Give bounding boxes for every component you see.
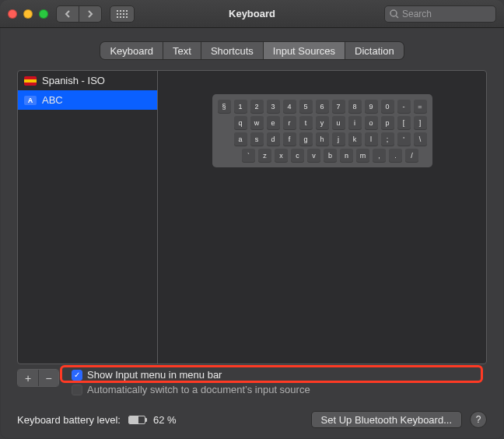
key: ': [397, 132, 411, 146]
key: g: [299, 132, 313, 146]
svg-point-0: [390, 10, 397, 16]
key: `: [242, 149, 255, 162]
tab-text[interactable]: Text: [163, 42, 201, 59]
key: ]: [414, 116, 427, 129]
main-pane: Spanish - ISO A ABC §1234567890-=qwertyu…: [0, 70, 504, 400]
search-icon: [390, 9, 399, 19]
key: i: [348, 116, 362, 129]
battery-icon: [128, 416, 145, 424]
key: ;: [381, 132, 394, 146]
zoom-button[interactable]: [39, 9, 48, 19]
key: q: [234, 116, 247, 129]
key: e: [267, 116, 280, 129]
key: k: [348, 132, 362, 146]
checkbox-icon: [72, 385, 82, 395]
close-button[interactable]: [8, 9, 17, 19]
add-source-button[interactable]: +: [18, 370, 38, 386]
battery-label: Keyboard battery level:: [17, 414, 121, 426]
back-button[interactable]: [56, 5, 79, 23]
forward-button[interactable]: [79, 5, 102, 23]
tab-input-sources[interactable]: Input Sources: [264, 42, 345, 59]
key: x: [275, 149, 288, 162]
key: /: [405, 149, 418, 162]
checkbox-icon: ✓: [72, 370, 82, 381]
tab-keyboard[interactable]: Keyboard: [100, 42, 163, 59]
key: a: [234, 132, 247, 146]
key: 5: [299, 100, 313, 113]
key: d: [267, 132, 280, 146]
tab-segments: Keyboard Text Shortcuts Input Sources Di…: [100, 42, 403, 59]
key: 4: [283, 100, 296, 113]
check-label: Show Input menu in menu bar: [87, 369, 222, 381]
key: \: [414, 132, 427, 146]
key: =: [414, 100, 427, 113]
key: j: [332, 132, 345, 146]
key: 1: [234, 100, 247, 113]
key: 9: [365, 100, 378, 113]
key: h: [316, 132, 329, 146]
tab-area: Keyboard Text Shortcuts Input Sources Di…: [0, 28, 504, 70]
window-controls: [8, 9, 48, 19]
flag-icon: [24, 76, 37, 86]
add-remove-group: + −: [17, 369, 59, 387]
titlebar: Keyboard Search: [0, 0, 504, 28]
key: 8: [348, 100, 362, 113]
tab-shortcuts[interactable]: Shortcuts: [201, 42, 264, 59]
key: w: [250, 116, 264, 129]
abc-icon: A: [24, 96, 37, 105]
key: z: [258, 149, 271, 162]
options-checks: ✓ Show Input menu in menu bar Automatica…: [64, 369, 487, 395]
key: y: [316, 116, 329, 129]
key: .: [389, 149, 402, 162]
key: -: [397, 100, 411, 113]
key: b: [324, 149, 337, 162]
source-spanish-iso[interactable]: Spanish - ISO: [18, 71, 157, 90]
input-source-panel: Spanish - ISO A ABC §1234567890-=qwertyu…: [17, 70, 487, 364]
key: 2: [250, 100, 264, 113]
check-auto-switch[interactable]: Automatically switch to a document’s inp…: [72, 384, 487, 395]
key: u: [332, 116, 345, 129]
input-source-list[interactable]: Spanish - ISO A ABC: [18, 71, 158, 363]
nav-group: [56, 5, 102, 23]
keyboard-preview: §1234567890-=qwertyuiop[]asdfghjkl;'\`zx…: [158, 71, 486, 363]
battery-percent: 62 %: [153, 414, 177, 426]
search-placeholder: Search: [402, 9, 432, 19]
key: m: [356, 149, 369, 162]
preferences-window: Keyboard Search Keyboard Text Shortcuts …: [0, 0, 504, 439]
footer: Keyboard battery level: 62 % Set Up Blue…: [0, 400, 504, 439]
key: [: [397, 116, 411, 129]
key: 6: [316, 100, 329, 113]
key: n: [340, 149, 353, 162]
minimize-button[interactable]: [23, 9, 33, 19]
key: §: [218, 100, 231, 113]
tab-dictation[interactable]: Dictation: [345, 42, 404, 59]
setup-bluetooth-button[interactable]: Set Up Bluetooth Keyboard...: [311, 411, 462, 428]
key: o: [365, 116, 378, 129]
source-abc[interactable]: A ABC: [18, 90, 157, 110]
remove-source-button[interactable]: −: [38, 370, 58, 386]
key: 0: [381, 100, 394, 113]
key: s: [250, 132, 264, 146]
key: c: [291, 149, 304, 162]
key: l: [365, 132, 378, 146]
list-footer: + − ✓ Show Input menu in menu bar Automa…: [17, 369, 487, 395]
key: r: [283, 116, 296, 129]
key: f: [283, 132, 296, 146]
key: t: [299, 116, 313, 129]
show-all-button[interactable]: [110, 5, 135, 23]
grid-icon: [117, 10, 128, 18]
key: v: [307, 149, 320, 162]
key: ,: [373, 149, 386, 162]
key: p: [381, 116, 394, 129]
source-label: Spanish - ISO: [42, 75, 105, 86]
source-label: ABC: [42, 94, 63, 106]
search-field[interactable]: Search: [384, 5, 496, 23]
check-show-input-menu[interactable]: ✓ Show Input menu in menu bar: [72, 369, 487, 381]
check-label: Automatically switch to a document’s inp…: [87, 384, 310, 395]
key: 3: [267, 100, 280, 113]
help-button[interactable]: ?: [470, 411, 487, 428]
key: 7: [332, 100, 345, 113]
